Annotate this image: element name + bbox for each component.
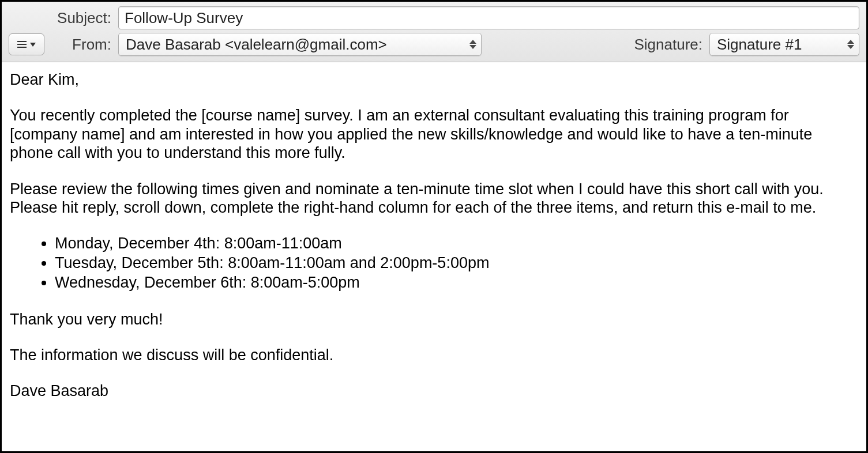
select-stepper-icon xyxy=(847,40,854,49)
subject-label: Subject: xyxy=(9,9,118,27)
thanks-line: Thank you very much! xyxy=(10,310,858,329)
list-item: Wednesday, December 6th: 8:00am-5:00pm xyxy=(55,273,858,293)
body-paragraph-1: You recently completed the [course name]… xyxy=(10,106,858,162)
select-stepper-icon xyxy=(469,40,476,49)
chevron-down-icon xyxy=(30,43,36,47)
subject-input[interactable] xyxy=(118,6,859,29)
signature-value: Signature #1 xyxy=(717,36,802,54)
from-account-value: Dave Basarab <valelearn@gmail.com> xyxy=(126,36,387,54)
from-account-select[interactable]: Dave Basarab <valelearn@gmail.com> xyxy=(118,33,482,56)
subject-row: Subject: xyxy=(9,6,859,29)
greeting-line: Dear Kim, xyxy=(10,70,858,89)
list-item: Tuesday, December 5th: 8:00am-11:00am an… xyxy=(55,254,858,273)
compose-header: Subject: From: Dave Basarab <valelearn@g… xyxy=(2,2,866,62)
signature-select[interactable]: Signature #1 xyxy=(709,33,859,56)
from-label: From: xyxy=(49,36,118,54)
from-row: From: Dave Basarab <valelearn@gmail.com>… xyxy=(9,33,859,56)
signoff-line: Dave Basarab xyxy=(10,382,858,400)
availability-list: Monday, December 4th: 8:00am-11:00am Tue… xyxy=(10,234,858,292)
body-paragraph-2: Please review the following times given … xyxy=(10,180,858,217)
compose-options-button[interactable] xyxy=(9,33,44,55)
list-item: Monday, December 4th: 8:00am-11:00am xyxy=(55,234,858,254)
hamburger-icon xyxy=(17,39,27,50)
compose-window: Subject: From: Dave Basarab <valelearn@g… xyxy=(0,0,868,453)
message-body[interactable]: Dear Kim, You recently completed the [co… xyxy=(2,62,866,451)
confidential-line: The information we discuss will be confi… xyxy=(10,346,858,364)
signature-label: Signature: xyxy=(634,36,709,54)
